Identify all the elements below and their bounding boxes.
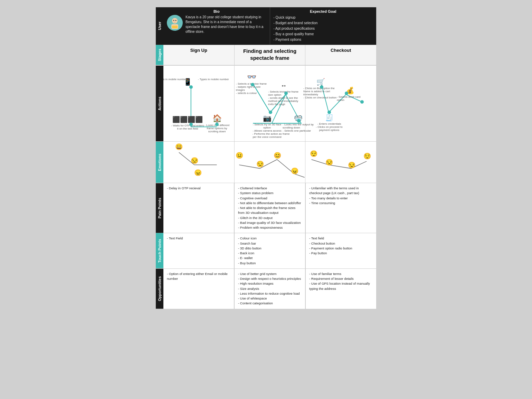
emotion-signup-angry: 😠 xyxy=(194,169,202,177)
signup-a1: - Types in mobile number xyxy=(198,78,229,81)
finding-camera-icon: 📷 - Selects try on 3D face option- Allow… xyxy=(251,114,283,139)
opp-finding: - Use of better grid system- Design with… xyxy=(234,269,305,309)
opportunities-row: Opportunities - Option of entering eithe… xyxy=(156,269,376,309)
opp-signup: - Option of entering either Email or mob… xyxy=(163,269,234,309)
avatar-area: Kavya is a 20 year old college student s… xyxy=(167,15,266,34)
actions-label: Actions xyxy=(156,66,163,141)
pain-finding: - Cluttered Interface- System status pro… xyxy=(234,183,305,233)
actions-content: 📱 - Types in mobile number - Types in mo… xyxy=(163,66,376,141)
actions-row: Actions 📱 - Types in mobile xyxy=(156,66,376,142)
touch-finding: - Colour icon- Search bar- 3D ditto butt… xyxy=(234,233,305,268)
bio-title: Bio xyxy=(167,9,266,13)
opportunities-label: Opportunities xyxy=(156,269,163,309)
dot-finding-mid xyxy=(269,111,272,114)
svg-point-4 xyxy=(175,20,177,21)
emotions-content: 😀 😒 😠 😐 😒 😊 😠 😌 😒 😒 😌 xyxy=(163,142,376,183)
opp-checkout: - Use of familiar terms- Requirement of … xyxy=(305,269,376,309)
touch-checkout: - Text field- Checkout button- Payment o… xyxy=(305,233,376,268)
svg-rect-2 xyxy=(172,26,178,28)
dot-checkout-1 xyxy=(320,85,323,89)
emotion-finding-1: 😐 xyxy=(236,152,243,159)
signup-phone-icon: 📱 - Types in mobile number xyxy=(183,78,192,86)
goal-section: Expected Goal - Quick signup- Budget and… xyxy=(270,7,377,45)
dot-checkout-4 xyxy=(360,100,364,104)
user-row: User Bio Kavya is a 20 year old college … xyxy=(156,7,376,45)
stage-checkout: Checkout xyxy=(305,45,376,65)
user-label: User xyxy=(156,7,163,45)
touch-points-label: Touch Points xyxy=(156,233,163,268)
dot-checkout-3 xyxy=(345,92,348,95)
stages-label: Stages xyxy=(156,45,163,65)
avatar xyxy=(167,15,183,31)
dot-finding-2 xyxy=(284,92,288,95)
emotion-signup-1: 😀 xyxy=(175,143,183,151)
dot-signup-1 xyxy=(189,85,193,89)
emotion-checkout-1: 😌 xyxy=(310,150,317,158)
journey-map: User Bio Kavya is a 20 year old college … xyxy=(155,7,377,309)
finding-arrows-icon: ↔️ - Selects know the frame size option-… xyxy=(268,82,299,106)
touch-signup: - Text Field xyxy=(163,233,234,268)
stage-finding: Finding and selectingspectacle frame xyxy=(235,45,306,65)
emotion-finding-2: 😒 xyxy=(256,160,264,168)
bio-text: Kavya is a 20 year old college student s… xyxy=(186,15,266,34)
emotion-finding-3: 😊 xyxy=(274,152,281,159)
pain-points-label: Pain Points xyxy=(156,183,163,233)
emotion-finding-4: 😠 xyxy=(291,167,298,175)
stage-signup-title: Sign Up xyxy=(166,48,231,54)
emotions-label: Emotions xyxy=(156,142,163,183)
pain-points-content: - Delay in OTP recieval - Cluttered Inte… xyxy=(163,183,376,233)
stage-signup: Sign Up xyxy=(163,45,235,65)
emotion-checkout-4: 😌 xyxy=(363,152,371,160)
dot-finding-4 xyxy=(297,119,301,123)
pain-signup: - Delay in OTP recieval xyxy=(163,183,234,233)
dot-signup-3 xyxy=(215,123,219,126)
checkout-receipt-icon: 🧾 - Enters credentials- Clicks on procee… xyxy=(314,114,345,132)
dot-checkout-2 xyxy=(327,111,331,114)
dot-signup-2 xyxy=(189,123,193,126)
emotion-signup-2: 😒 xyxy=(191,157,198,164)
pain-points-row: Pain Points - Delay in OTP recieval - Cl… xyxy=(156,183,376,233)
goal-text: - Quick signup- Budget and brand selecti… xyxy=(274,15,373,42)
touch-points-content: - Text Field - Colour icon- Search bar- … xyxy=(163,233,376,268)
svg-point-3 xyxy=(173,20,174,21)
pain-checkout: - Unfamiliar with the terms used in chec… xyxy=(305,183,376,233)
touch-points-row: Touch Points - Text Field - Colour icon-… xyxy=(156,233,376,269)
emotion-checkout-2: 😒 xyxy=(325,159,333,166)
dot-finding-1 xyxy=(251,83,254,86)
stage-finding-title: Finding and selectingspectacle frame xyxy=(237,48,303,61)
opportunities-content: - Option of entering either Email or mob… xyxy=(163,269,376,309)
signup-otp-icon: ⬛⬛⬛⬛ - Waits for OTP and enters it on th… xyxy=(170,116,205,130)
bio-section: Bio Kavya is a 20 year old college stude… xyxy=(163,7,270,45)
emotion-checkout-3: 😒 xyxy=(348,161,355,169)
goal-title: Expected Goal xyxy=(274,9,373,13)
signup-action1-label: - Types in mobile number xyxy=(163,78,183,81)
checkout-coin-icon: 💰 - Selects debit card option xyxy=(337,86,363,102)
finding-vr-icon: 🥽 - Looks into the output by scrolling d… xyxy=(283,114,314,135)
signup-action2-label: - Waits for OTP and enters it on the tex… xyxy=(170,124,205,130)
emotions-row: Emotions 😀 😒 😠 😐 😒 😊 😠 😌 xyxy=(156,142,376,183)
svg-point-0 xyxy=(172,18,178,23)
stages-row: Stages Sign Up Finding and selectingspec… xyxy=(156,45,376,66)
stage-checkout-title: Checkout xyxy=(308,48,373,54)
